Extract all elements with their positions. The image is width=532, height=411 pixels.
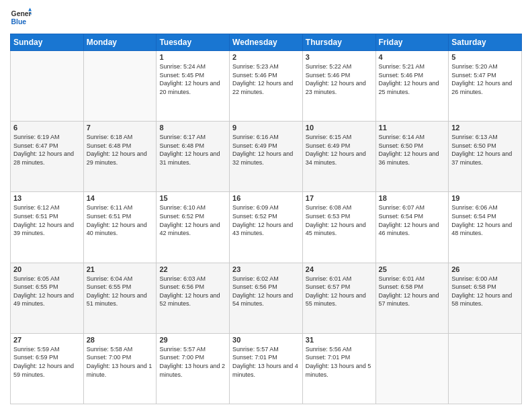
day-number: 23 [232, 265, 300, 273]
day-cell: 29Sunrise: 5:57 AMSunset: 7:00 PMDayligh… [157, 333, 230, 404]
calendar-header-row: SundayMondayTuesdayWednesdayThursdayFrid… [11, 34, 522, 51]
svg-text:Blue: Blue [11, 18, 27, 26]
day-header-thursday: Thursday [302, 34, 375, 51]
day-info: Sunrise: 6:01 AMSunset: 6:58 PMDaylight:… [379, 275, 446, 308]
header: General Blue [10, 7, 522, 28]
day-info: Sunrise: 5:57 AMSunset: 7:01 PMDaylight:… [232, 345, 300, 379]
day-number: 30 [232, 336, 300, 344]
day-cell [375, 333, 449, 404]
day-number: 10 [306, 124, 373, 132]
day-cell: 16Sunrise: 6:09 AMSunset: 6:52 PMDayligh… [230, 192, 303, 263]
day-cell: 1Sunrise: 5:24 AMSunset: 5:45 PMDaylight… [157, 51, 230, 122]
day-cell: 4Sunrise: 5:21 AMSunset: 5:46 PMDaylight… [375, 51, 449, 122]
svg-marker-2 [28, 8, 32, 11]
day-number: 18 [379, 194, 446, 202]
day-number: 5 [451, 53, 519, 61]
day-number: 21 [87, 265, 154, 273]
week-row-3: 13Sunrise: 6:12 AMSunset: 6:51 PMDayligh… [11, 192, 522, 263]
day-info: Sunrise: 6:04 AMSunset: 6:55 PMDaylight:… [87, 275, 154, 308]
week-row-2: 6Sunrise: 6:19 AMSunset: 6:47 PMDaylight… [11, 122, 522, 192]
day-info: Sunrise: 6:09 AMSunset: 6:52 PMDaylight:… [232, 203, 300, 237]
day-number: 9 [232, 124, 300, 132]
day-info: Sunrise: 6:00 AMSunset: 6:58 PMDaylight:… [451, 275, 519, 308]
day-info: Sunrise: 5:24 AMSunset: 5:45 PMDaylight:… [159, 62, 226, 96]
page: General Blue SundayMondayTuesdayWednesda… [0, 0, 532, 411]
day-info: Sunrise: 6:15 AMSunset: 6:49 PMDaylight:… [306, 133, 373, 167]
day-info: Sunrise: 5:20 AMSunset: 5:47 PMDaylight:… [451, 62, 519, 96]
day-info: Sunrise: 6:02 AMSunset: 6:56 PMDaylight:… [232, 275, 300, 308]
day-cell: 30Sunrise: 5:57 AMSunset: 7:01 PMDayligh… [230, 333, 303, 404]
week-row-1: 1Sunrise: 5:24 AMSunset: 5:45 PMDaylight… [11, 51, 522, 122]
day-number: 3 [306, 53, 373, 61]
day-cell: 28Sunrise: 5:58 AMSunset: 7:00 PMDayligh… [83, 333, 157, 404]
day-cell: 21Sunrise: 6:04 AMSunset: 6:55 PMDayligh… [83, 263, 157, 333]
day-cell [449, 333, 522, 404]
day-number: 7 [87, 124, 154, 132]
day-info: Sunrise: 5:22 AMSunset: 5:46 PMDaylight:… [306, 62, 373, 96]
day-cell: 13Sunrise: 6:12 AMSunset: 6:51 PMDayligh… [11, 192, 84, 263]
day-number: 8 [159, 124, 226, 132]
day-info: Sunrise: 6:10 AMSunset: 6:52 PMDaylight:… [159, 203, 226, 237]
day-info: Sunrise: 5:58 AMSunset: 7:00 PMDaylight:… [87, 345, 154, 379]
day-cell: 12Sunrise: 6:13 AMSunset: 6:50 PMDayligh… [449, 122, 522, 192]
day-cell: 25Sunrise: 6:01 AMSunset: 6:58 PMDayligh… [375, 263, 449, 333]
day-cell [11, 51, 84, 122]
day-header-friday: Friday [375, 34, 449, 51]
day-number: 22 [159, 265, 226, 273]
day-number: 14 [87, 194, 154, 202]
day-info: Sunrise: 6:01 AMSunset: 6:57 PMDaylight:… [306, 275, 373, 308]
day-number: 12 [451, 124, 519, 132]
day-header-saturday: Saturday [449, 34, 522, 51]
day-header-sunday: Sunday [11, 34, 84, 51]
day-number: 20 [13, 265, 81, 273]
day-cell: 20Sunrise: 6:05 AMSunset: 6:55 PMDayligh… [11, 263, 84, 333]
day-cell: 9Sunrise: 6:16 AMSunset: 6:49 PMDaylight… [230, 122, 303, 192]
day-number: 16 [232, 194, 300, 202]
day-info: Sunrise: 6:17 AMSunset: 6:48 PMDaylight:… [159, 133, 226, 167]
day-number: 11 [379, 124, 446, 132]
day-number: 19 [451, 194, 519, 202]
day-info: Sunrise: 5:57 AMSunset: 7:00 PMDaylight:… [159, 345, 226, 379]
day-info: Sunrise: 6:16 AMSunset: 6:49 PMDaylight:… [232, 133, 300, 167]
day-cell: 24Sunrise: 6:01 AMSunset: 6:57 PMDayligh… [302, 263, 375, 333]
day-number: 26 [451, 265, 519, 273]
day-info: Sunrise: 6:11 AMSunset: 6:51 PMDaylight:… [87, 203, 154, 237]
day-number: 4 [379, 53, 446, 61]
day-number: 25 [379, 265, 446, 273]
day-cell: 17Sunrise: 6:08 AMSunset: 6:53 PMDayligh… [302, 192, 375, 263]
day-cell: 31Sunrise: 5:56 AMSunset: 7:01 PMDayligh… [302, 333, 375, 404]
day-cell: 23Sunrise: 6:02 AMSunset: 6:56 PMDayligh… [230, 263, 303, 333]
day-info: Sunrise: 6:18 AMSunset: 6:48 PMDaylight:… [87, 133, 154, 167]
day-cell: 10Sunrise: 6:15 AMSunset: 6:49 PMDayligh… [302, 122, 375, 192]
day-info: Sunrise: 6:05 AMSunset: 6:55 PMDaylight:… [13, 275, 81, 308]
day-number: 28 [87, 336, 154, 344]
day-header-wednesday: Wednesday [230, 34, 303, 51]
day-cell: 7Sunrise: 6:18 AMSunset: 6:48 PMDaylight… [83, 122, 157, 192]
day-number: 15 [159, 194, 226, 202]
week-row-4: 20Sunrise: 6:05 AMSunset: 6:55 PMDayligh… [11, 263, 522, 333]
day-info: Sunrise: 6:19 AMSunset: 6:47 PMDaylight:… [13, 133, 81, 167]
day-cell: 8Sunrise: 6:17 AMSunset: 6:48 PMDaylight… [157, 122, 230, 192]
day-header-tuesday: Tuesday [157, 34, 230, 51]
day-cell: 18Sunrise: 6:07 AMSunset: 6:54 PMDayligh… [375, 192, 449, 263]
day-number: 6 [13, 124, 81, 132]
calendar-table: SundayMondayTuesdayWednesdayThursdayFrid… [10, 34, 522, 404]
day-number: 24 [306, 265, 373, 273]
day-info: Sunrise: 6:03 AMSunset: 6:56 PMDaylight:… [159, 275, 226, 308]
day-cell: 6Sunrise: 6:19 AMSunset: 6:47 PMDaylight… [11, 122, 84, 192]
day-info: Sunrise: 6:13 AMSunset: 6:50 PMDaylight:… [451, 133, 519, 167]
logo: General Blue [10, 7, 32, 28]
day-cell [83, 51, 157, 122]
day-number: 17 [306, 194, 373, 202]
day-cell: 3Sunrise: 5:22 AMSunset: 5:46 PMDaylight… [302, 51, 375, 122]
day-number: 31 [306, 336, 373, 344]
svg-text:General: General [11, 10, 32, 17]
day-number: 13 [13, 194, 81, 202]
day-info: Sunrise: 6:14 AMSunset: 6:50 PMDaylight:… [379, 133, 446, 167]
day-cell: 14Sunrise: 6:11 AMSunset: 6:51 PMDayligh… [83, 192, 157, 263]
day-number: 27 [13, 336, 81, 344]
day-info: Sunrise: 6:12 AMSunset: 6:51 PMDaylight:… [13, 203, 81, 237]
week-row-5: 27Sunrise: 5:59 AMSunset: 6:59 PMDayligh… [11, 333, 522, 404]
day-number: 1 [159, 53, 226, 61]
day-info: Sunrise: 5:23 AMSunset: 5:46 PMDaylight:… [232, 62, 300, 96]
